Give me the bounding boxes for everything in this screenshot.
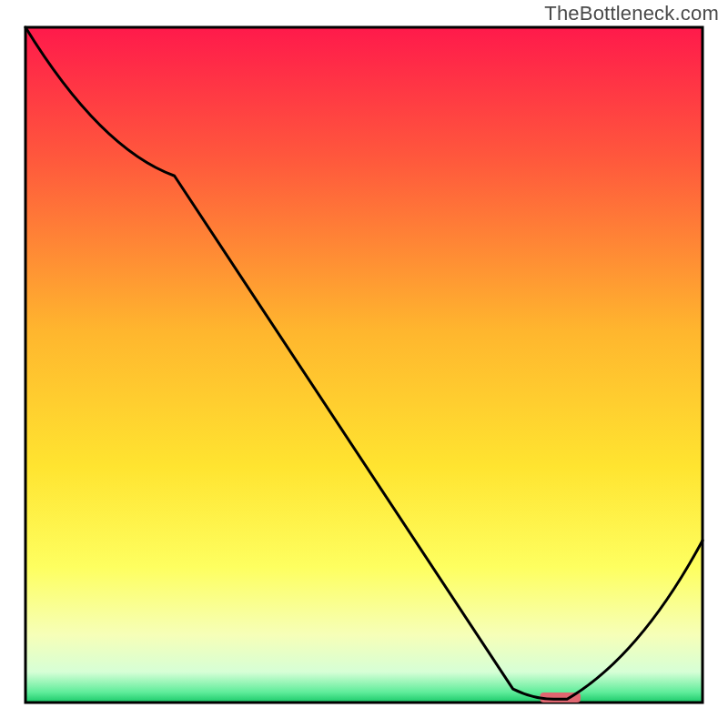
- watermark-text: TheBottleneck.com: [544, 2, 719, 25]
- chart-container: TheBottleneck.com: [0, 0, 728, 728]
- bottleneck-chart: [0, 0, 728, 728]
- plot-background: [25, 27, 703, 703]
